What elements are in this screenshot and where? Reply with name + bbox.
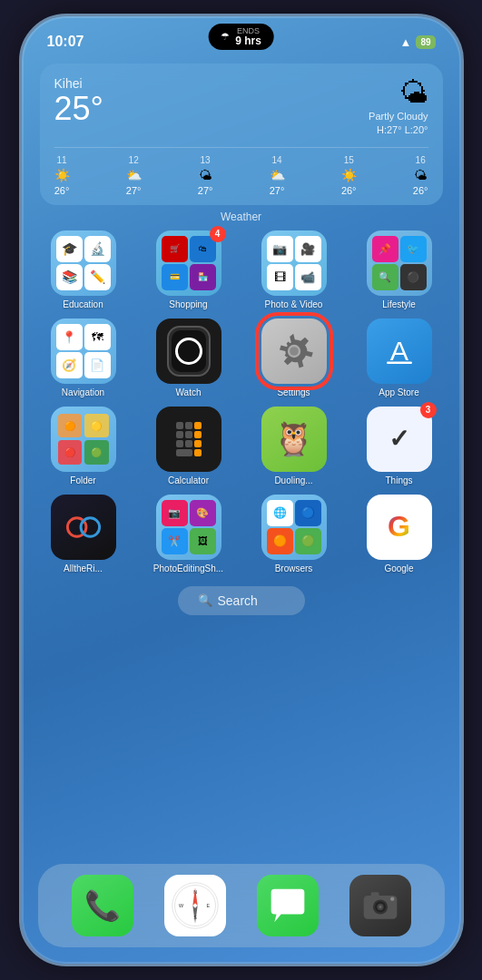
forecast-day-4: 14 ⛅ 27° <box>270 155 285 196</box>
app-watch[interactable]: Watch <box>143 318 234 397</box>
duolingo-label: Duoling... <box>274 475 312 485</box>
search-bar-container: 🔍 Search <box>22 586 461 615</box>
camera-svg <box>360 886 400 926</box>
folder-icon: 🟠 🟡 🔴 🟢 <box>51 407 116 472</box>
alltheright-icon <box>51 495 116 560</box>
settings-gear-svg <box>272 329 316 373</box>
app-row-2: 📍 🗺 🧭 📄 Navigation Watch <box>22 315 461 401</box>
app-shopping[interactable]: 4 🛒 🛍 💳 🏪 Shopping <box>143 230 234 309</box>
dock-app-phone[interactable]: 📞 <box>72 875 133 936</box>
app-browsers[interactable]: 🌐 🔵 🟠 🟢 Browsers <box>249 495 339 573</box>
safari-icon: N S W E <box>164 875 226 936</box>
appstore-svg: A <box>378 329 421 373</box>
svg-text:N: N <box>193 889 197 895</box>
lifestyle-icon: 📌 🐦 🔍 ⚫ <box>367 230 432 296</box>
camera-icon <box>349 875 411 936</box>
widget-label: Weather <box>22 211 461 223</box>
app-navigation[interactable]: 📍 🗺 🧭 📄 Navigation <box>38 318 129 397</box>
app-appstore[interactable]: A App Store <box>354 318 445 397</box>
watch-label: Watch <box>176 387 202 397</box>
forecast-day-2: 12 ⛅ 27° <box>126 155 142 196</box>
google-letter: G <box>388 510 410 544</box>
shopping-label: Shopping <box>169 299 207 309</box>
weather-location: Kihei <box>54 76 103 91</box>
app-row-3: 🟠 🟡 🔴 🟢 Folder <box>22 403 461 489</box>
duolingo-owl: 🦉 <box>273 420 314 458</box>
photo-video-icon: 📷 🎥 🎞 📹 <box>261 230 327 296</box>
svg-text:A: A <box>389 334 408 365</box>
app-lifestyle[interactable]: 📌 🐦 🔍 ⚫ Lifestyle <box>354 230 445 309</box>
weather-main-icon: 🌤 <box>369 76 428 110</box>
photoediting-icon: 📷 🎨 ✂️ 🖼 <box>156 495 221 560</box>
browsers-icon: 🌐 🔵 🟠 🟢 <box>261 495 327 560</box>
dock: 📞 N S W E <box>38 864 445 947</box>
app-row-4: AlltheRi... 📷 🎨 ✂️ 🖼 PhotoEditingSh... 🌐… <box>22 491 461 577</box>
phone-icon: 📞 <box>72 875 133 936</box>
app-photoediting[interactable]: 📷 🎨 ✂️ 🖼 PhotoEditingSh... <box>143 495 234 573</box>
app-calculator[interactable]: Calculator <box>143 407 234 485</box>
forecast-day-3: 13 🌤 27° <box>198 155 213 196</box>
photoediting-label: PhotoEditingSh... <box>153 564 223 573</box>
calculator-icon <box>156 407 221 472</box>
forecast-day-5: 15 ☀️ 26° <box>341 155 357 196</box>
calculator-label: Calculator <box>168 475 209 485</box>
education-label: Education <box>63 299 103 309</box>
forecast-day-6: 16 🌤 26° <box>413 155 428 196</box>
weather-widget[interactable]: Kihei 25° 🌤 Partly Cloudy H:27° L:20° 11… <box>40 64 443 205</box>
svg-point-19 <box>379 906 381 908</box>
app-education[interactable]: 🎓 🔬 📚 ✏️ Education <box>38 230 129 309</box>
weather-condition: Partly Cloudy H:27° L:20° <box>369 110 428 138</box>
dock-app-messages[interactable] <box>257 875 319 936</box>
things-check-icon: ✓ <box>389 424 409 454</box>
lifestyle-label: Lifestyle <box>382 299 416 309</box>
shopping-badge: 4 <box>210 226 226 242</box>
settings-label: Settings <box>277 387 310 397</box>
app-things[interactable]: 3 ✓ Things <box>354 407 445 485</box>
appstore-icon: A <box>367 318 432 384</box>
app-duolingo[interactable]: 🦉 Duoling... <box>249 407 339 485</box>
svg-text:S: S <box>193 915 197 920</box>
google-icon: G <box>367 495 432 560</box>
things-label: Things <box>385 475 412 485</box>
svg-point-6 <box>81 518 100 537</box>
dock-app-camera[interactable] <box>349 875 411 936</box>
hrs-label: 9 hrs <box>235 35 261 46</box>
weather-forecast: 11 ☀️ 26° 12 ⛅ 27° 13 🌤 27° 14 ⛅ 27° 15 <box>54 147 428 196</box>
education-icon: 🎓 🔬 📚 ✏️ <box>51 230 116 296</box>
messages-svg <box>268 886 308 926</box>
watch-icon <box>156 318 221 384</box>
search-icon: 🔍 <box>198 593 212 607</box>
status-right: ▲ 89 <box>400 35 436 49</box>
app-alltheright[interactable]: AlltheRi... <box>38 495 129 573</box>
status-bar: 10:07 ☂ ENDS 9 hrs ▲ 89 <box>22 16 461 56</box>
alltheright-label: AlltheRi... <box>64 564 103 573</box>
alltheright-svg <box>64 507 103 547</box>
svg-text:E: E <box>206 903 210 908</box>
app-settings[interactable]: Settings <box>249 318 339 397</box>
forecast-day-1: 11 ☀️ 26° <box>54 155 70 196</box>
navigation-icon: 📍 🗺 🧭 📄 <box>51 318 116 384</box>
svg-point-21 <box>390 897 394 900</box>
app-google[interactable]: G Google <box>354 495 445 573</box>
phone-handset-icon: 📞 <box>84 888 121 923</box>
things-badge: 3 <box>420 402 437 418</box>
battery-badge: 89 <box>416 35 435 49</box>
appstore-label: App Store <box>379 387 418 397</box>
weather-temp: 25° <box>54 93 103 125</box>
things-icon: 3 ✓ <box>367 407 432 472</box>
app-photo-video[interactable]: 📷 🎥 🎞 📹 Photo & Video <box>249 230 339 309</box>
search-bar[interactable]: 🔍 Search <box>178 586 305 615</box>
navigation-label: Navigation <box>62 387 104 397</box>
photo-video-label: Photo & Video <box>265 299 323 309</box>
google-label: Google <box>384 564 413 573</box>
status-time: 10:07 <box>47 34 84 50</box>
shopping-icon: 4 🛒 🛍 💳 🏪 <box>156 230 221 296</box>
svg-point-2 <box>290 347 299 356</box>
app-folder[interactable]: 🟠 🟡 🔴 🟢 Folder <box>38 407 129 485</box>
duolingo-icon: 🦉 <box>261 407 327 472</box>
app-row-1: 🎓 🔬 📚 ✏️ Education 4 🛒 🛍 💳 🏪 Shopping <box>22 227 461 313</box>
dock-app-safari[interactable]: N S W E <box>164 875 226 936</box>
search-label: Search <box>218 593 258 608</box>
settings-icon <box>261 318 327 384</box>
umbrella-icon: ☂ <box>221 31 230 43</box>
